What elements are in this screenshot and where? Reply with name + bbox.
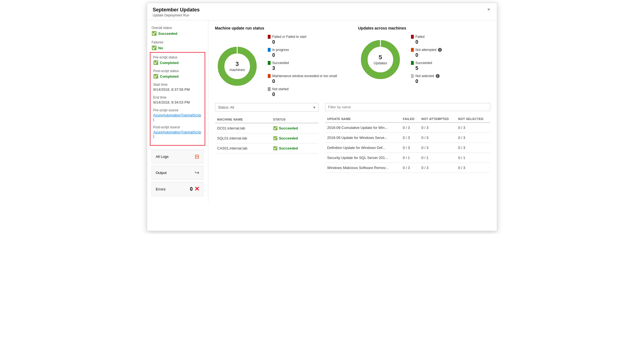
update-not-attempted-cell: 0 / 3 [419, 122, 456, 133]
updates-legend-failed: Failed 0 [411, 35, 442, 45]
updates-legend-bar-red [411, 35, 414, 39]
update-name-cell: 2018-09 Update for Windows Serve... [325, 133, 401, 143]
output-button[interactable]: Output ↪ [152, 166, 204, 180]
failures-label: Failures [152, 40, 204, 44]
close-button[interactable]: × [486, 7, 491, 12]
updates-table-body: 2018-09 Cumulative Update for Win... 0 /… [325, 122, 490, 173]
update-name-col-header: UPDATE NAME [325, 116, 401, 122]
dropdown-chevron-icon: ▾ [313, 105, 315, 109]
post-script-check-icon: ✅ [153, 74, 158, 79]
succeeded-check-icon: ✅ [152, 31, 157, 36]
all-logs-button[interactable]: All Logs ⊟ [152, 150, 204, 163]
left-panel: Overall status ✅ Succeeded Failures ✅ No… [147, 20, 208, 202]
legend-item-notstarted: Not started 0 [268, 87, 337, 97]
failures-group: Failures ✅ No [152, 40, 204, 50]
legend-count-notstarted: 0 [268, 92, 337, 97]
update-not-attempted-col-header: NOT ATTEMPTED [419, 116, 456, 122]
machine-name-cell: CAS01.internal.lab [215, 143, 271, 153]
update-name-cell: 2018-09 Cumulative Update for Win... [325, 122, 401, 133]
update-failed-cell: 0 / 3 [401, 122, 419, 133]
table-row: 2018-09 Cumulative Update for Win... 0 /… [325, 122, 490, 133]
update-failed-cell: 0 / 3 [401, 133, 419, 143]
machines-table-body: DC01.internal.lab ✅ Succeeded SQL01.inte… [215, 123, 318, 153]
updates-donut-label: 5 Updates [374, 54, 387, 65]
header-text: September Updates Update Deployment Run [153, 7, 200, 17]
output-icon: ↪ [195, 169, 199, 176]
post-script-source-label: Post-script source [153, 125, 202, 129]
end-time-group: End time 9/14/2018, 9:34:03 PM [153, 95, 202, 104]
machines-table: MACHINE NAME STATUS DC01.internal.lab ✅ … [215, 116, 318, 153]
table-row: 2018-09 Update for Windows Serve... 0 / … [325, 133, 490, 143]
post-script-source-link[interactable]: AzureAutomationTutorialScript [153, 130, 202, 138]
legend-bar-green [268, 61, 271, 65]
updates-legend-count-succeeded: 5 [411, 65, 442, 71]
machine-chart-legend: Failed or Failed to start 0 In progress … [268, 35, 337, 97]
updates-header-row: UPDATE NAME FAILED NOT ATTEMPTED NOT SEL… [325, 116, 490, 122]
machine-status-col-header: STATUS [271, 116, 318, 123]
modal-title: September Updates [153, 7, 200, 13]
table-row: Security Update for SQL Server 201... 0 … [325, 153, 490, 163]
updates-legend-label-not-attempted: Not attempted [415, 48, 436, 52]
pre-script-status-value: ✅ Completed [153, 60, 202, 65]
start-time-group: Start time 9/14/2018, 8:37:58 PM [153, 83, 202, 92]
legend-label-failed: Failed or Failed to start [272, 35, 306, 39]
update-not-selected-col-header: NOT SELECTED [456, 116, 490, 122]
machine-status-cell: ✅ Succeeded [271, 123, 318, 133]
updates-chart-legend: Failed 0 Not attempted i 0 [411, 35, 442, 84]
failures-value: ✅ No [152, 45, 204, 50]
updates-legend-succeeded: Succeeded 5 [411, 61, 442, 71]
update-not-selected-cell: 0 / 3 [456, 163, 490, 173]
updates-table: UPDATE NAME FAILED NOT ATTEMPTED NOT SEL… [325, 116, 490, 173]
legend-item-succeeded: Succeeded 3 [268, 61, 337, 71]
updates-filter-input[interactable] [328, 105, 487, 109]
machine-name-col-header: MACHINE NAME [215, 116, 271, 123]
update-name-cell: Security Update for SQL Server 201... [325, 153, 401, 163]
machine-status-badge: ✅ Succeeded [273, 136, 316, 140]
legend-count-inprogress: 0 [268, 52, 337, 58]
update-name-cell: Windows Malicious Software Remov... [325, 163, 401, 173]
post-script-status-label: Post-script status [153, 69, 202, 73]
not-attempted-info-icon[interactable]: i [438, 48, 442, 52]
update-name-cell: Definition Update for Windows Def... [325, 143, 401, 153]
update-not-attempted-cell: 0 / 3 [419, 143, 456, 153]
legend-count-maintenance: 0 [268, 79, 337, 84]
highlighted-section: Pre-script status ✅ Completed Post-scrip… [150, 52, 205, 146]
machines-header-row: MACHINE NAME STATUS [215, 116, 318, 123]
updates-chart-content: 5 Updates Failed 0 [358, 35, 490, 84]
end-time-value: 9/14/2018, 9:34:03 PM [153, 100, 202, 104]
errors-label: Errors [156, 187, 165, 191]
legend-label-maintenance: Maintenance window exceeded or too small [272, 74, 337, 78]
modal-header: September Updates Update Deployment Run … [147, 3, 497, 20]
main-content: Machine update run status [208, 20, 497, 202]
updates-legend-label-not-selected: Not selected [415, 74, 434, 78]
update-failed-cell: 0 / 1 [401, 153, 419, 163]
all-logs-icon: ⊟ [195, 153, 199, 160]
update-not-selected-cell: 0 / 3 [456, 133, 490, 143]
legend-item-failed: Failed or Failed to start 0 [268, 35, 337, 45]
errors-button[interactable]: Errors 0 ✕ [152, 182, 204, 196]
pre-script-source-link[interactable]: AzureAutomationTutorialScript [153, 113, 202, 121]
updates-section: UPDATE NAME FAILED NOT ATTEMPTED NOT SEL… [325, 103, 490, 173]
update-not-attempted-cell: 0 / 3 [419, 133, 456, 143]
updates-donut-container: 5 Updates [358, 37, 403, 82]
machine-name-cell: DC01.internal.lab [215, 123, 271, 133]
pre-script-check-icon: ✅ [153, 60, 158, 65]
legend-count-succeeded: 3 [268, 65, 337, 71]
charts-row: Machine update run status [215, 26, 490, 97]
not-selected-info-icon[interactable]: i [436, 74, 440, 78]
machine-chart-title: Machine update run status [215, 26, 347, 30]
updates-filter-bar[interactable] [325, 103, 490, 111]
all-logs-label: All Logs [156, 155, 169, 159]
update-not-selected-cell: 0 / 3 [456, 143, 490, 153]
updates-chart-title: Updates across machines [358, 26, 490, 30]
pre-script-status-label: Pre-script status [153, 55, 202, 59]
machine-chart-section: Machine update run status [215, 26, 347, 97]
status-filter-dropdown[interactable]: Status: All ▾ [215, 103, 318, 112]
machines-table-header: MACHINE NAME STATUS [215, 116, 318, 123]
modal-body: Overall status ✅ Succeeded Failures ✅ No… [147, 20, 497, 202]
legend-item-inprogress: In progress 0 [268, 48, 337, 58]
overall-status-group: Overall status ✅ Succeeded [152, 26, 204, 36]
updates-legend-count-not-selected: 0 [411, 79, 442, 84]
errors-count: 0 [190, 186, 193, 192]
no-failures-icon: ✅ [152, 45, 157, 50]
